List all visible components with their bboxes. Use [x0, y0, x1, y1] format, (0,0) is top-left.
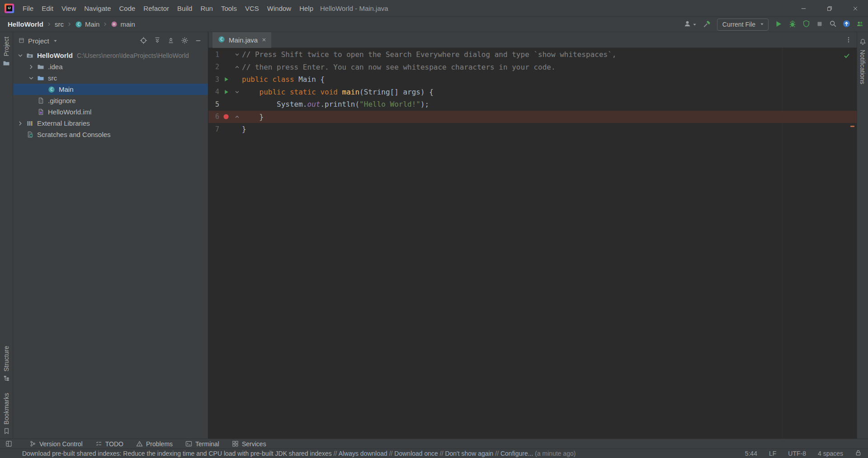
tree-expander[interactable] — [26, 75, 36, 81]
line-number[interactable]: 1 — [208, 51, 219, 59]
fold-end-icon[interactable] — [233, 114, 241, 119]
tree-item-scratches-and-consoles[interactable]: Scratches and Consoles — [13, 129, 208, 140]
fold-start-icon[interactable] — [233, 52, 241, 57]
menu-edit[interactable]: Edit — [38, 0, 57, 17]
hide-panel-button[interactable] — [195, 37, 202, 45]
tab-main-java[interactable]: C Main.java — [212, 32, 271, 48]
file-iml-icon — [38, 109, 44, 115]
maximize-button[interactable] — [816, 0, 842, 17]
status-links: // Always download // Download once // D… — [332, 450, 576, 457]
status-link-don-t-show-again[interactable]: Don't show again — [445, 450, 493, 457]
status-separator: // — [493, 450, 500, 457]
tree-item-helloworld[interactable]: HelloWorldC:\Users\neron\IdeaProjects\He… — [13, 50, 208, 61]
tab-close-button[interactable] — [261, 36, 267, 44]
search-everywhere-button[interactable] — [829, 20, 837, 29]
code-text: System.out.println("Hello World!"); — [242, 100, 429, 109]
tool-stripe-bookmarks[interactable]: Bookmarks — [0, 393, 13, 436]
tab-options-button[interactable] — [845, 36, 852, 45]
line-number[interactable]: 5 — [208, 100, 219, 109]
code-line-6[interactable]: 6 } — [208, 111, 857, 123]
tree-item-main[interactable]: CMain — [13, 84, 208, 95]
close-button[interactable] — [842, 0, 868, 17]
stop-button[interactable] — [816, 20, 823, 29]
breadcrumb-main[interactable]: mmain — [111, 20, 135, 28]
menu-file[interactable]: File — [19, 0, 38, 17]
menu-vcs[interactable]: VCS — [241, 0, 263, 17]
tree-expander[interactable] — [26, 64, 36, 70]
inspections-widget[interactable] — [843, 52, 850, 61]
menu-help[interactable]: Help — [295, 0, 317, 17]
code-line-7[interactable]: 7} — [208, 123, 857, 136]
code-line-2[interactable]: 2// then press Enter. You can now see wh… — [208, 61, 857, 74]
build-button[interactable] — [703, 20, 711, 29]
expand-all-button[interactable] — [154, 37, 161, 45]
run-gutter-icon[interactable] — [219, 76, 233, 82]
code-line-5[interactable]: 5 System.out.println("Hello World!"); — [208, 98, 857, 111]
line-number[interactable]: 4 — [208, 88, 219, 96]
debug-button[interactable] — [788, 20, 797, 29]
breakpoint-icon[interactable] — [219, 113, 233, 120]
menu-build[interactable]: Build — [173, 0, 196, 17]
select-opened-file-button[interactable] — [140, 37, 147, 46]
menu-code[interactable]: Code — [115, 0, 139, 17]
tree-expander[interactable] — [15, 52, 25, 59]
menu-navigate[interactable]: Navigate — [80, 0, 115, 17]
code-line-3[interactable]: 3public class Main { — [208, 73, 857, 86]
line-separator-widget[interactable]: LF — [769, 450, 776, 457]
indent-widget[interactable]: 4 spaces — [818, 450, 843, 457]
tree-item-src[interactable]: src — [13, 72, 208, 84]
status-link-always-download[interactable]: Always download — [339, 450, 387, 457]
tool-window-button-terminal[interactable]: Terminal — [179, 439, 226, 449]
coverage-button[interactable] — [802, 20, 810, 29]
fold-end-icon[interactable] — [233, 65, 241, 70]
code-text: public class Main { — [242, 75, 325, 84]
tree-expander[interactable] — [15, 120, 25, 127]
tree-item-icon-box — [36, 75, 45, 82]
tool-stripe-notifications[interactable]: Notifications — [857, 38, 868, 84]
breadcrumb-src[interactable]: src — [55, 20, 64, 28]
status-link-download-once[interactable]: Download once — [394, 450, 438, 457]
tree-item-helloworld-iml[interactable]: HelloWorld.iml — [13, 106, 208, 118]
breadcrumb-main[interactable]: CMain — [75, 20, 100, 28]
tree-item-external-libraries[interactable]: External Libraries — [13, 118, 208, 129]
caret-position-widget[interactable]: 5:44 — [745, 450, 757, 457]
minimize-button[interactable] — [791, 0, 816, 17]
run-gutter-icon[interactable] — [219, 89, 233, 95]
menu-refactor[interactable]: Refactor — [139, 0, 173, 17]
tool-window-button-problems[interactable]: Problems — [130, 439, 179, 449]
tree-item-gitignore[interactable]: .gitignore — [13, 95, 208, 106]
run-config-selector[interactable]: Current File — [717, 19, 769, 31]
tool-window-switcher-button[interactable] — [5, 440, 12, 447]
collapse-all-button[interactable] — [167, 37, 175, 45]
line-number[interactable]: 6 — [208, 113, 219, 121]
read-only-toggle[interactable] — [855, 449, 862, 458]
profile-button[interactable] — [684, 20, 697, 29]
menu-tools[interactable]: Tools — [217, 0, 241, 17]
run-button[interactable] — [774, 20, 783, 29]
code-with-me-button[interactable] — [856, 20, 864, 29]
line-number[interactable]: 2 — [208, 63, 219, 71]
tool-stripe-project[interactable]: Project — [0, 37, 13, 68]
menu-view[interactable]: View — [57, 0, 80, 17]
status-link-configure[interactable]: Configure... — [500, 450, 533, 457]
settings-button[interactable] — [181, 37, 189, 46]
encoding-widget[interactable]: UTF-8 — [788, 450, 806, 457]
code-line-4[interactable]: 4 public static void main(String[] args)… — [208, 86, 857, 99]
ide-update-button[interactable] — [843, 20, 850, 29]
tree-item-idea[interactable]: .idea — [13, 61, 208, 72]
coverage-icon — [802, 20, 810, 28]
tool-window-button-todo[interactable]: TODO — [89, 439, 130, 449]
tool-window-button-services[interactable]: Services — [226, 439, 273, 449]
tool-window-button-version-control[interactable]: Version Control — [23, 439, 89, 449]
tool-stripe-structure[interactable]: Structure — [0, 346, 13, 383]
line-number[interactable]: 3 — [208, 76, 219, 84]
line-number[interactable]: 7 — [208, 125, 219, 133]
caret-down-icon[interactable] — [53, 37, 58, 45]
code-editor[interactable]: 1// Press Shift twice to open the Search… — [208, 48, 857, 439]
fold-start-icon[interactable] — [233, 90, 241, 94]
menu-run[interactable]: Run — [196, 0, 217, 17]
breadcrumb-helloworld[interactable]: HelloWorld — [8, 20, 43, 28]
menu-window[interactable]: Window — [263, 0, 295, 17]
project-view-selector[interactable]: Project — [28, 37, 49, 45]
code-line-1[interactable]: 1// Press Shift twice to open the Search… — [208, 48, 857, 61]
